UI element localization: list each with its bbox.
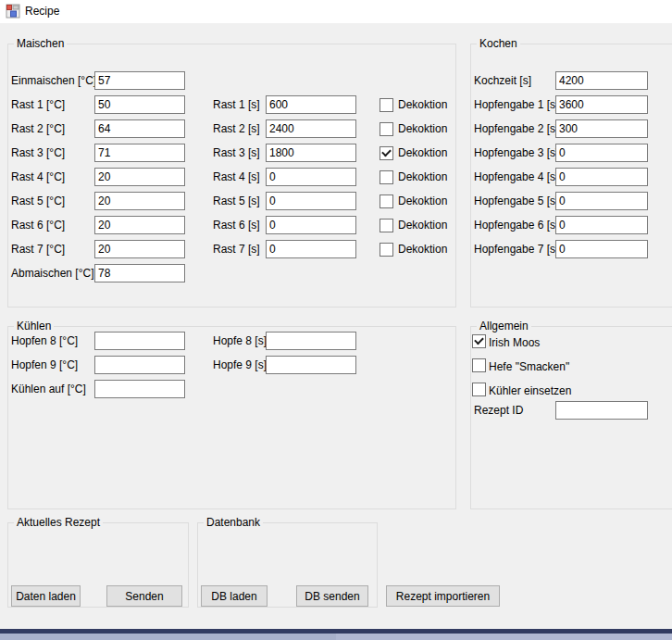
form-row: Irish Moos xyxy=(0,333,672,352)
window-title: Recipe xyxy=(25,0,59,23)
hopfengabe-4-label: Hopfengabe 4 [s] xyxy=(474,168,558,186)
abmaischen-temp-input[interactable] xyxy=(94,264,185,282)
form-row: Hopfengabe 7 [s] xyxy=(0,240,672,258)
recipe-window: Recipe Maischen Einmaischen [°C] Rast 1 … xyxy=(0,0,672,640)
form-row: Kühler einsetzen xyxy=(0,382,672,400)
hopfengabe-7-input[interactable] xyxy=(555,240,648,258)
hopfengabe-4-input[interactable] xyxy=(555,168,648,186)
senden-button[interactable]: Senden xyxy=(106,585,182,607)
hefe-smacken-checkbox[interactable] xyxy=(472,358,486,372)
hopfengabe-6-label: Hopfengabe 6 [s] xyxy=(474,216,558,234)
form-row: Hopfengabe 6 [s] xyxy=(0,216,672,234)
form-client-area: Maischen Einmaischen [°C] Rast 1 [°C] Ra… xyxy=(0,23,672,629)
hopfengabe-6-input[interactable] xyxy=(555,216,648,234)
form-row: Hopfengabe 3 [s] xyxy=(0,144,672,162)
groupbox-datenbank-title: Datenbank xyxy=(204,516,263,530)
kochzeit-label: Kochzeit [s] xyxy=(474,71,531,90)
hopfengabe-3-label: Hopfengabe 3 [s] xyxy=(474,144,558,162)
app-icon xyxy=(6,4,20,19)
hopfengabe-3-input[interactable] xyxy=(555,144,648,162)
rezept-id-input[interactable] xyxy=(555,401,648,420)
hopfengabe-2-input[interactable] xyxy=(555,119,648,138)
hopfengabe-7-label: Hopfengabe 7 [s] xyxy=(474,240,558,258)
form-row: Hopfengabe 2 [s] xyxy=(0,119,672,138)
abmaischen-label: Abmaischen [°C] xyxy=(11,264,94,282)
titlebar[interactable]: Recipe xyxy=(0,0,672,23)
hopfengabe-1-input[interactable] xyxy=(555,95,648,114)
form-row: Hopfengabe 1 [s] xyxy=(0,95,672,114)
kuehler-einsetzen-checkbox[interactable] xyxy=(472,383,486,396)
rezept-id-label: Rezept ID xyxy=(474,401,523,420)
kochzeit-input[interactable] xyxy=(555,71,648,90)
hopfengabe-2-label: Hopfengabe 2 [s] xyxy=(474,119,558,138)
hopfengabe-5-label: Hopfengabe 5 [s] xyxy=(474,192,558,210)
groupbox-aktuelles-rezept-title: Aktuelles Rezept xyxy=(14,516,103,530)
db-laden-button[interactable]: DB laden xyxy=(201,585,268,607)
form-row: Hopfengabe 4 [s] xyxy=(0,168,672,186)
groupbox-maischen-title: Maischen xyxy=(14,37,67,51)
rezept-importieren-button[interactable]: Rezept importieren xyxy=(386,585,500,607)
background-window-titlebar-strip-left xyxy=(0,634,336,640)
irish-moos-label: Irish Moos xyxy=(489,333,540,352)
hefe-smacken-label: Hefe "Smacken" xyxy=(489,358,569,376)
form-row: Kochzeit [s] xyxy=(0,71,672,90)
form-row: Hefe "Smacken" xyxy=(0,358,672,376)
groupbox-kochen-title: Kochen xyxy=(477,37,520,51)
daten-laden-button[interactable]: Daten laden xyxy=(11,585,81,607)
form-row: Hopfengabe 5 [s] xyxy=(0,192,672,210)
kuehler-einsetzen-label: Kühler einsetzen xyxy=(489,382,571,400)
db-senden-button[interactable]: DB senden xyxy=(296,585,368,607)
form-row: Rezept ID xyxy=(0,401,672,420)
hopfengabe-1-label: Hopfengabe 1 [s] xyxy=(474,95,558,114)
irish-moos-checkbox[interactable] xyxy=(472,334,486,348)
hopfengabe-5-input[interactable] xyxy=(555,192,648,210)
groupbox-allgemein-title: Allgemein xyxy=(477,320,531,333)
